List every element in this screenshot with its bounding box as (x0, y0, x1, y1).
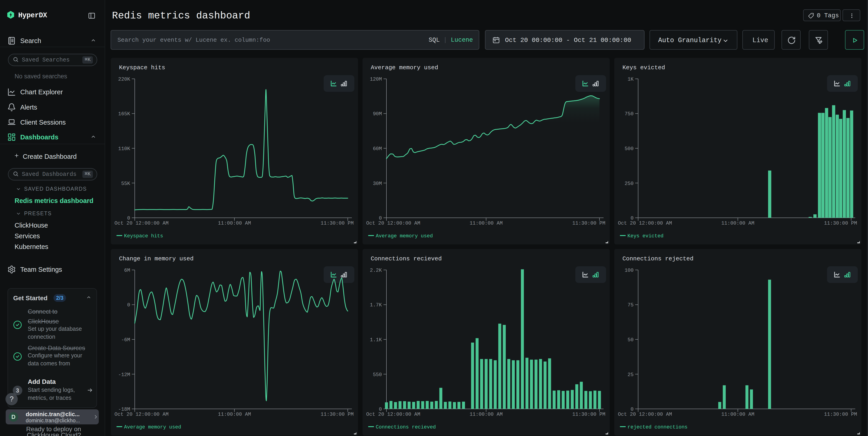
svg-text:750: 750 (624, 111, 633, 117)
svg-text:11:00:00 AM: 11:00:00 AM (469, 412, 502, 417)
svg-text:Keyspace hits: Keyspace hits (124, 233, 163, 239)
svg-text:120M: 120M (370, 77, 382, 82)
svg-text:11:30:00 PM: 11:30:00 PM (321, 412, 354, 417)
svg-text:60M: 60M (373, 146, 382, 152)
svg-text:Average memory used: Average memory used (124, 425, 181, 430)
svg-text:11:00:00 AM: 11:00:00 AM (469, 221, 502, 226)
svg-text:Oct 20 12:00:00 AM: Oct 20 12:00:00 AM (115, 221, 168, 226)
svg-text:110K: 110K (118, 146, 130, 152)
svg-text:11:30:00 PM: 11:30:00 PM (824, 221, 857, 226)
svg-text:6M: 6M (124, 268, 130, 273)
svg-text:Average memory used: Average memory used (376, 233, 433, 239)
svg-text:0: 0 (127, 302, 130, 308)
svg-text:25: 25 (628, 372, 633, 378)
svg-text:-12M: -12M (118, 372, 130, 378)
svg-text:rejected connections: rejected connections (627, 425, 687, 430)
svg-text:Keys evicted: Keys evicted (627, 233, 663, 239)
svg-text:100: 100 (624, 268, 633, 273)
svg-text:Oct 20 12:00:00 AM: Oct 20 12:00:00 AM (366, 412, 420, 417)
svg-text:11:30:00 PM: 11:30:00 PM (572, 412, 606, 417)
svg-text:Oct 20 12:00:00 AM: Oct 20 12:00:00 AM (618, 221, 672, 226)
svg-text:90M: 90M (373, 111, 382, 117)
svg-text:-6M: -6M (121, 337, 130, 343)
svg-text:30M: 30M (373, 181, 382, 186)
svg-text:11:00:00 AM: 11:00:00 AM (218, 412, 251, 417)
svg-text:Oct 20 12:00:00 AM: Oct 20 12:00:00 AM (618, 412, 672, 417)
svg-text:Oct 20 12:00:00 AM: Oct 20 12:00:00 AM (115, 412, 168, 417)
svg-text:50: 50 (628, 337, 633, 343)
svg-text:11:30:00 PM: 11:30:00 PM (321, 221, 354, 226)
svg-text:75: 75 (628, 302, 633, 308)
svg-text:11:30:00 PM: 11:30:00 PM (572, 221, 606, 226)
svg-text:1.1K: 1.1K (370, 337, 382, 343)
svg-text:11:00:00 AM: 11:00:00 AM (721, 412, 754, 417)
svg-text:1.7K: 1.7K (370, 302, 382, 308)
svg-text:11:30:00 PM: 11:30:00 PM (824, 412, 857, 417)
svg-text:2.2K: 2.2K (370, 268, 382, 273)
svg-text:250: 250 (624, 181, 633, 186)
svg-text:Oct 20 12:00:00 AM: Oct 20 12:00:00 AM (366, 221, 420, 226)
svg-text:165K: 165K (118, 111, 130, 117)
svg-text:500: 500 (624, 146, 633, 152)
svg-text:220K: 220K (118, 77, 130, 82)
svg-text:Connections recieved: Connections recieved (376, 425, 436, 430)
svg-text:550: 550 (373, 372, 382, 378)
svg-text:55K: 55K (121, 181, 130, 186)
svg-text:11:00:00 AM: 11:00:00 AM (721, 221, 754, 226)
svg-text:11:00:00 AM: 11:00:00 AM (218, 221, 251, 226)
svg-text:1K: 1K (628, 77, 634, 82)
